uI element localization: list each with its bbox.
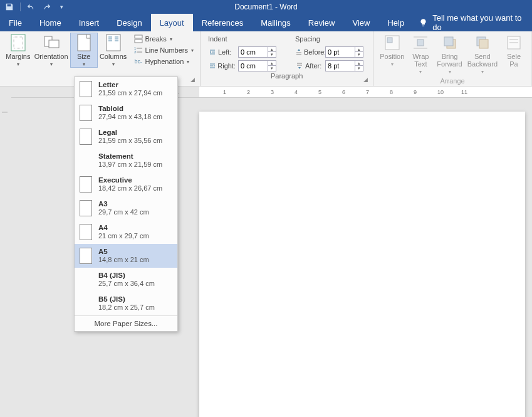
send-backward-button[interactable]: Send Backward ▾ <box>465 33 500 75</box>
size-option-name: Letter <box>98 81 162 89</box>
tab-help[interactable]: Help <box>378 14 413 31</box>
save-icon[interactable] <box>4 1 15 13</box>
spacing-before-icon <box>295 48 303 56</box>
ribbon-tabs: File Home Insert Design Layout Reference… <box>0 14 532 31</box>
size-button[interactable]: Size ▾ <box>70 33 98 68</box>
svg-rect-3 <box>49 40 59 48</box>
orientation-icon <box>43 34 60 51</box>
ruler-tick: 5 <box>318 89 321 95</box>
columns-button[interactable]: Columns ▾ <box>98 33 129 67</box>
svg-rect-12 <box>135 35 142 38</box>
tab-design[interactable]: Design <box>108 14 150 31</box>
chevron-down-icon: ▾ <box>419 69 422 75</box>
size-option-dimensions: 21,59 cm x 35,56 cm <box>98 137 162 145</box>
size-option-dimensions: 18,42 cm x 26,67 cm <box>98 184 162 193</box>
undo-icon[interactable] <box>26 1 37 13</box>
indent-left-input[interactable]: ▴▾ <box>238 46 276 58</box>
document-page[interactable] <box>199 112 525 417</box>
hyphenation-button[interactable]: bc- Hyphenation▾ <box>132 56 196 66</box>
position-button[interactable]: Position ▾ <box>377 33 407 67</box>
spin-down-icon[interactable]: ▾ <box>268 66 276 71</box>
size-option-a4[interactable]: A421 cm x 29,7 cm <box>75 220 177 244</box>
tab-review[interactable]: Review <box>300 14 344 31</box>
breaks-icon <box>134 34 143 43</box>
tab-mailings[interactable]: Mailings <box>252 14 300 31</box>
tab-view[interactable]: View <box>343 14 378 31</box>
spin-down-icon[interactable]: ▾ <box>355 66 363 71</box>
spin-down-icon[interactable]: ▾ <box>268 52 276 57</box>
page-icon <box>80 105 92 121</box>
selection-pane-icon <box>505 34 523 51</box>
spin-down-icon[interactable]: ▾ <box>355 52 363 57</box>
margins-icon <box>9 34 27 51</box>
size-option-name: B4 (JIS) <box>98 272 155 280</box>
tab-references[interactable]: References <box>193 14 252 31</box>
spin-up-icon[interactable]: ▴ <box>355 61 363 66</box>
bring-forward-button[interactable]: Bring Forward ▾ <box>434 33 464 75</box>
spacing-before-input[interactable]: ▴▾ <box>325 46 363 58</box>
indent-right-input[interactable]: ▴▾ <box>238 60 276 71</box>
size-option-name: A5 <box>98 248 149 256</box>
size-dropdown-menu: Letter21,59 cm x 27,94 cmTabloid27,94 cm… <box>74 77 178 332</box>
size-option-executive[interactable]: Executive18,42 cm x 26,67 cm <box>75 172 177 196</box>
size-option-b4-jis-[interactable]: B4 (JIS)25,7 cm x 36,4 cm <box>75 268 177 292</box>
ruler-tick: 2 <box>247 89 250 95</box>
orientation-button[interactable]: Orientation ▾ <box>33 33 70 67</box>
ruler-tick: 4 <box>295 89 298 95</box>
size-option-tabloid[interactable]: Tabloid27,94 cm x 43,18 cm <box>75 101 177 125</box>
wrap-text-button[interactable]: Wrap Text ▾ <box>407 33 434 75</box>
size-option-statement[interactable]: Statement13,97 cm x 21,59 cm <box>75 149 177 172</box>
title-bar: ▾ Document1 - Word <box>0 0 532 14</box>
spacing-after-input[interactable]: ▴▾ <box>325 60 363 71</box>
breaks-button[interactable]: Breaks▾ <box>132 34 196 44</box>
size-option-name: A3 <box>98 200 149 208</box>
spin-up-icon[interactable]: ▴ <box>355 47 363 52</box>
tab-home[interactable]: Home <box>31 14 70 31</box>
svg-rect-36 <box>479 40 488 48</box>
tell-me-label: Tell me what you want to do <box>432 13 526 32</box>
ruler-tick: 10 <box>437 89 444 95</box>
page-size-icon <box>75 34 93 51</box>
svg-rect-34 <box>444 37 453 46</box>
size-option-name: Statement <box>98 152 162 161</box>
spin-up-icon[interactable]: ▴ <box>268 61 276 66</box>
hyphenation-icon: bc- <box>134 57 143 66</box>
spin-up-icon[interactable]: ▴ <box>268 47 276 52</box>
selection-pane-button[interactable]: Sele Pa <box>500 33 528 68</box>
size-option-a3[interactable]: A329,7 cm x 42 cm <box>75 196 177 220</box>
size-option-name: Tabloid <box>98 105 162 113</box>
line-numbers-button[interactable]: 12 Line Numbers▾ <box>132 45 196 55</box>
redo-icon[interactable] <box>41 1 52 13</box>
indent-right-icon <box>208 61 216 70</box>
more-paper-sizes-item[interactable]: More Paper Sizes... <box>75 315 177 331</box>
tab-insert[interactable]: Insert <box>70 14 108 31</box>
chevron-down-icon: ▾ <box>449 69 451 75</box>
tell-me-search[interactable]: Tell me what you want to do <box>413 14 532 31</box>
ruler-tick: 8 <box>390 89 393 95</box>
size-option-name: Legal <box>98 129 162 137</box>
size-option-letter[interactable]: Letter21,59 cm x 27,94 cm <box>75 77 177 101</box>
window-title: Document1 - Word <box>0 3 532 11</box>
size-option-name: B5 (JIS) <box>98 295 155 304</box>
size-option-a5[interactable]: A514,8 cm x 21 cm <box>75 244 177 268</box>
tab-layout[interactable]: Layout <box>151 14 193 31</box>
ruler-tick: 6 <box>342 89 345 95</box>
spacing-label: Spacing <box>295 35 363 43</box>
customize-qat-icon[interactable]: ▾ <box>56 1 67 13</box>
spacing-after-icon <box>295 61 304 70</box>
svg-rect-13 <box>135 40 142 43</box>
columns-icon <box>105 34 122 51</box>
size-option-legal[interactable]: Legal21,59 cm x 35,56 cm <box>75 125 177 149</box>
paragraph-group-label: Paragraph <box>204 71 369 81</box>
arrange-group-label: Arrange <box>377 77 528 86</box>
separator <box>20 3 21 11</box>
ruler-tick: 11 <box>461 89 467 95</box>
tab-file[interactable]: File <box>0 14 31 31</box>
group-paragraph: Indent Left: ▴▾ Right: <box>201 31 373 86</box>
page-setup-launcher-icon[interactable]: ◢ <box>190 77 198 84</box>
margins-button[interactable]: Margins ▾ <box>4 33 33 67</box>
chevron-down-icon: ▾ <box>83 61 85 67</box>
paragraph-launcher-icon[interactable]: ◢ <box>363 77 371 84</box>
size-option-b5-jis-[interactable]: B5 (JIS)18,2 cm x 25,7 cm <box>75 292 177 315</box>
chevron-down-icon: ▾ <box>112 61 115 67</box>
